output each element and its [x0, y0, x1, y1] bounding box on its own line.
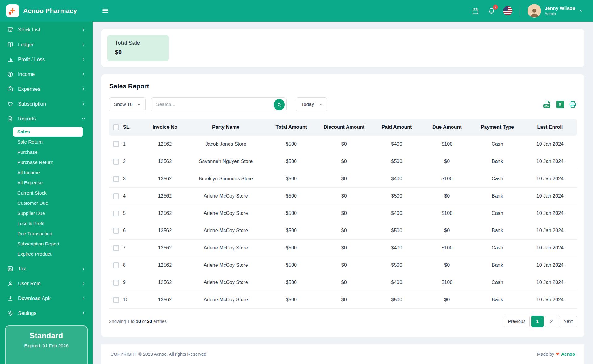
party-name-cell: Arlene McCoy Store	[186, 291, 266, 308]
topbar-actions: 2 Jenny Wilson Admin	[471, 4, 584, 18]
column-header: Last Enroll	[523, 119, 577, 136]
total-amount-cell: $500	[266, 274, 317, 291]
table-row: 8 12562 Arlene McCoy Store $500 $0 $500 …	[109, 257, 577, 274]
print-icon[interactable]	[568, 100, 577, 109]
sidebar-item-expenses[interactable]: Expenses	[0, 82, 93, 96]
calendar-icon[interactable]	[471, 6, 480, 15]
sidebar-subitem-all-expense[interactable]: All Expense	[13, 178, 83, 188]
export-excel-icon[interactable]: X	[556, 100, 564, 109]
brand-header[interactable]: + Acnoo Pharmacy	[0, 0, 93, 22]
sidebar-subitem-customer-due[interactable]: Customer Due	[13, 198, 83, 208]
party-name-cell: Arlene McCoy Store	[186, 205, 266, 222]
sidebar-item-user-role[interactable]: User Role	[0, 276, 93, 291]
date-filter-select[interactable]: Today	[296, 97, 327, 111]
row-checkbox[interactable]	[113, 262, 119, 268]
copyright-text: COPYRIGHT © 2023 Acnoo, All rights Reser…	[111, 352, 206, 357]
sl-number: 2	[123, 159, 126, 164]
row-checkbox[interactable]	[113, 141, 119, 147]
sidebar-item-subscription[interactable]: Subscription	[0, 96, 93, 111]
search-button[interactable]	[274, 99, 285, 110]
sl-number: 4	[123, 193, 126, 199]
payment-type-cell: Bank	[472, 291, 523, 308]
sidebar-subitem-loss-profit[interactable]: Loss & Profit	[13, 219, 83, 228]
hamburger-menu-icon[interactable]	[101, 7, 109, 15]
sidebar-subitem-subscription-report[interactable]: Subscription Report	[13, 239, 83, 249]
invoice-no-cell: 12562	[144, 239, 186, 257]
next-page-button[interactable]: Next	[559, 316, 577, 327]
row-checkbox[interactable]	[113, 280, 119, 286]
column-header: Discount Amount	[317, 119, 371, 136]
row-checkbox[interactable]	[113, 211, 119, 216]
notifications-bell-icon[interactable]: 2	[487, 6, 496, 15]
sidebar-item-stock-list[interactable]: Stock List	[0, 22, 93, 37]
subscription-plan-card[interactable]: Standard Expired: 01 Feb 2026	[5, 325, 88, 364]
payment-type-cell: Bank	[472, 257, 523, 274]
total-sale-card: Total Sale $0	[107, 35, 169, 61]
row-checkbox[interactable]	[113, 297, 119, 303]
row-checkbox[interactable]	[113, 193, 119, 199]
sidebar-item-profit-loss[interactable]: Profit / Loss	[0, 52, 93, 67]
sl-number: 10	[123, 297, 128, 303]
party-name-cell: Arlene McCoy Store	[186, 239, 266, 257]
us-flag-language-icon[interactable]	[503, 6, 512, 15]
sidebar-subitem-due-transaction[interactable]: Due Transaction	[13, 229, 83, 239]
sidebar-subitem-supplier-due[interactable]: Supplier Due	[13, 208, 83, 218]
paid-amount-cell: $500	[371, 291, 423, 308]
sidebar-item-reports[interactable]: Reports	[0, 111, 93, 126]
row-checkbox[interactable]	[113, 159, 119, 165]
sidebar-subitem-purchase-return[interactable]: Purchase Return	[13, 157, 83, 167]
last-enroll-cell: 10 Jan 2024	[523, 205, 577, 222]
search-input[interactable]	[151, 102, 286, 107]
row-checkbox[interactable]	[113, 176, 119, 182]
invoice-no-cell: 12562	[144, 257, 186, 274]
sidebar-item-label: Ledger	[18, 42, 77, 48]
download-apk-icon	[7, 295, 14, 302]
sidebar-subitem-all-income[interactable]: All Income	[13, 168, 83, 178]
last-enroll-cell: 10 Jan 2024	[523, 170, 577, 187]
paid-amount-cell: $400	[371, 170, 423, 187]
reports-icon	[7, 115, 14, 122]
income-icon	[7, 71, 14, 77]
last-enroll-cell: 10 Jan 2024	[523, 153, 577, 170]
chevron-right-icon	[81, 57, 86, 62]
show-entries-select[interactable]: Show 10	[109, 97, 146, 111]
sidebar-item-label: Reports	[18, 116, 77, 122]
column-header: Invoice No	[144, 119, 186, 136]
sales-report-card: Sales Report Show 10 Today	[101, 74, 584, 337]
sidebar-subitem-sales[interactable]: Sales	[13, 127, 83, 137]
sidebar-subitem-sale-return[interactable]: Sale Return	[13, 137, 83, 147]
sidebar-subitem-current-stock[interactable]: Current Stock	[13, 188, 83, 198]
export-csv-icon[interactable]: CSV	[543, 100, 552, 109]
sidebar-item-ledger[interactable]: Ledger	[0, 37, 93, 52]
user-menu[interactable]: Jenny Wilson Admin	[528, 4, 584, 18]
page-2-button[interactable]: 2	[545, 316, 557, 327]
discount-amount-cell: $0	[317, 136, 371, 153]
table-footer: Showing 1 to 10 of 20 entries Previous 1…	[109, 316, 577, 327]
payment-type-cell: Bank	[472, 187, 523, 205]
footer-brand-link[interactable]: Acnoo	[561, 352, 575, 357]
table-row: 1 12562 Jacob Jones Store $500 $0 $400 $…	[109, 136, 577, 153]
sidebar: + Acnoo Pharmacy Stock List Ledger Profi…	[0, 0, 93, 364]
page-1-button[interactable]: 1	[531, 316, 544, 327]
sidebar-item-settings[interactable]: Settings	[0, 306, 93, 320]
payment-type-cell: Cash	[472, 170, 523, 187]
reports-submenu: Sales Sale Return Purchase Purchase Retu…	[0, 126, 93, 261]
row-checkbox[interactable]	[113, 228, 119, 234]
chevron-right-icon	[81, 281, 86, 286]
search-box	[151, 97, 287, 111]
notification-count-badge: 2	[493, 4, 498, 10]
select-all-checkbox[interactable]	[113, 124, 119, 130]
previous-page-button[interactable]: Previous	[504, 316, 530, 327]
sidebar-item-tax[interactable]: Tax	[0, 261, 93, 276]
total-sale-label: Total Sale	[115, 40, 161, 46]
made-by: Made by ❤ Acnoo	[537, 351, 575, 357]
chevron-down-icon	[137, 102, 141, 107]
sl-number: 7	[123, 245, 126, 251]
sidebar-subitem-expired-product[interactable]: Expired Product	[13, 249, 83, 259]
sidebar-item-income[interactable]: Income	[0, 67, 93, 82]
row-checkbox[interactable]	[113, 245, 119, 251]
sidebar-item-download-apk[interactable]: Download Apk	[0, 291, 93, 306]
search-icon	[277, 102, 282, 107]
column-header: Total Amount	[266, 119, 317, 136]
sidebar-subitem-purchase[interactable]: Purchase	[13, 147, 83, 157]
